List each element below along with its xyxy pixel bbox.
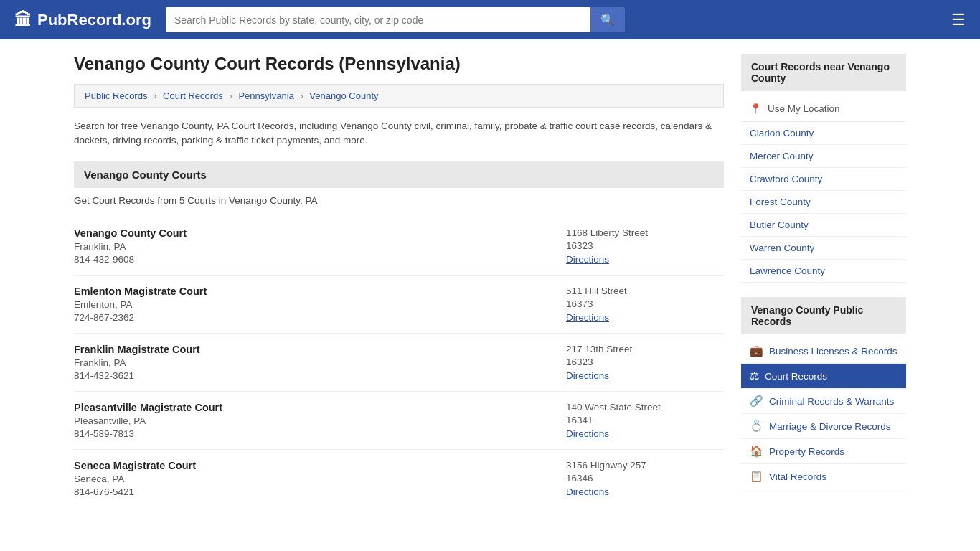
public-record-link-2[interactable]: 🔗Criminal Records & Warrants (741, 389, 906, 414)
use-my-location[interactable]: 📍 Use My Location (741, 95, 906, 122)
nearby-county-2[interactable]: Crawford County (741, 168, 906, 191)
directions-link-1[interactable]: Directions (566, 312, 609, 323)
nearby-county-0[interactable]: Clarion County (741, 122, 906, 145)
public-records-links: 💼Business Licenses & Records⚖Court Recor… (741, 339, 906, 489)
directions-link-0[interactable]: Directions (566, 254, 609, 265)
courts-section-header: Venango County Courts (74, 161, 724, 188)
court-name-3: Pleasantville Magistrate Court (74, 402, 552, 413)
courts-list: Venango County Court Franklin, PA 814-43… (74, 217, 724, 507)
court-directions-0: Directions (566, 253, 724, 265)
court-name-0: Venango County Court (74, 227, 552, 239)
court-city-1: Emlenton, PA (74, 299, 552, 310)
site-name: PubRecord.org (37, 11, 151, 29)
court-entry: Seneca Magistrate Court Seneca, PA 814-6… (74, 450, 724, 507)
nearby-county-5[interactable]: Warren County (741, 237, 906, 260)
court-city-2: Franklin, PA (74, 357, 552, 368)
court-address-1: 511 Hill Street (566, 286, 724, 296)
public-record-label-0: Business Licenses & Records (769, 346, 897, 357)
court-directions-1: Directions (566, 311, 724, 323)
court-right-4: 3156 Highway 257 16346 Directions (566, 460, 724, 497)
courts-section-sub: Get Court Records from 5 Courts in Venan… (74, 195, 724, 206)
court-zip-0: 16323 (566, 240, 724, 251)
public-record-label-5: Vital Records (769, 471, 826, 482)
court-directions-4: Directions (566, 486, 724, 497)
breadcrumb-court-records[interactable]: Court Records (163, 90, 223, 101)
breadcrumb-venango-county[interactable]: Venango County (309, 90, 378, 101)
directions-link-3[interactable]: Directions (566, 428, 609, 439)
breadcrumb-sep-3: › (300, 90, 303, 101)
public-record-icon-4: 🏠 (750, 445, 763, 458)
location-pin-icon: 📍 (750, 103, 762, 114)
court-phone-4: 814-676-5421 (74, 486, 552, 497)
court-right-1: 511 Hill Street 16373 Directions (566, 286, 724, 323)
public-record-icon-3: 💍 (750, 420, 763, 433)
breadcrumb-public-records[interactable]: Public Records (85, 90, 147, 101)
nearby-county-3[interactable]: Forest County (741, 191, 906, 214)
court-phone-1: 724-867-2362 (74, 312, 552, 323)
page-description: Search for free Venango County, PA Court… (74, 119, 724, 149)
sidebar: Court Records near Venango County 📍 Use … (741, 54, 906, 507)
court-right-0: 1168 Liberty Street 16323 Directions (566, 227, 724, 265)
directions-link-4[interactable]: Directions (566, 486, 609, 497)
site-logo[interactable]: 🏛 PubRecord.org (14, 10, 151, 30)
nearby-section-title: Court Records near Venango County (741, 54, 906, 91)
court-left-2: Franklin Magistrate Court Franklin, PA 8… (74, 344, 552, 381)
public-record-icon-0: 💼 (750, 344, 763, 357)
nearby-counties-list: Clarion CountyMercer CountyCrawford Coun… (741, 122, 906, 283)
public-record-link-3[interactable]: 💍Marriage & Divorce Records (741, 414, 906, 439)
court-left-4: Seneca Magistrate Court Seneca, PA 814-6… (74, 460, 552, 497)
logo-icon: 🏛 (14, 10, 32, 30)
court-address-4: 3156 Highway 257 (566, 460, 724, 471)
breadcrumb-sep-1: › (154, 90, 156, 101)
directions-link-2[interactable]: Directions (566, 370, 609, 381)
search-bar: 🔍 (166, 7, 625, 32)
court-entry: Venango County Court Franklin, PA 814-43… (74, 217, 724, 276)
search-input[interactable] (166, 7, 590, 32)
court-directions-2: Directions (566, 369, 724, 381)
public-record-link-5[interactable]: 📋Vital Records (741, 464, 906, 489)
court-zip-1: 16373 (566, 298, 724, 309)
nearby-county-6[interactable]: Lawrence County (741, 260, 906, 283)
court-zip-3: 16341 (566, 415, 724, 425)
court-address-0: 1168 Liberty Street (566, 227, 724, 238)
court-address-2: 217 13th Street (566, 344, 724, 354)
court-name-2: Franklin Magistrate Court (74, 344, 552, 355)
court-right-2: 217 13th Street 16323 Directions (566, 344, 724, 381)
court-left-3: Pleasantville Magistrate Court Pleasantv… (74, 402, 552, 439)
court-zip-2: 16323 (566, 357, 724, 367)
court-name-4: Seneca Magistrate Court (74, 460, 552, 471)
public-record-link-0[interactable]: 💼Business Licenses & Records (741, 339, 906, 364)
nearby-county-1[interactable]: Mercer County (741, 145, 906, 168)
public-records-section: Venango County Public Records 💼Business … (741, 297, 906, 489)
court-city-3: Pleasantville, PA (74, 415, 552, 426)
menu-button[interactable]: ☰ (951, 11, 966, 29)
court-entry: Franklin Magistrate Court Franklin, PA 8… (74, 334, 724, 392)
main-container: Venango County Court Records (Pennsylvan… (60, 39, 920, 522)
public-record-label-3: Marriage & Divorce Records (769, 421, 891, 432)
court-phone-2: 814-432-3621 (74, 370, 552, 381)
court-city-4: Seneca, PA (74, 474, 552, 484)
page-title: Venango County Court Records (Pennsylvan… (74, 54, 724, 74)
nearby-county-4[interactable]: Butler County (741, 214, 906, 237)
court-entry: Pleasantville Magistrate Court Pleasantv… (74, 392, 724, 450)
public-records-title: Venango County Public Records (741, 297, 906, 334)
court-left-0: Venango County Court Franklin, PA 814-43… (74, 227, 552, 265)
content-area: Venango County Court Records (Pennsylvan… (74, 54, 724, 507)
search-button[interactable]: 🔍 (590, 7, 625, 32)
breadcrumb-pennsylvania[interactable]: Pennsylvania (238, 90, 293, 101)
public-record-label-4: Property Records (769, 446, 844, 457)
breadcrumb: Public Records › Court Records › Pennsyl… (74, 84, 724, 108)
court-address-3: 140 West State Street (566, 402, 724, 413)
public-record-icon-1: ⚖ (750, 369, 759, 382)
public-record-icon-2: 🔗 (750, 395, 763, 408)
public-record-link-4[interactable]: 🏠Property Records (741, 439, 906, 464)
breadcrumb-sep-2: › (229, 90, 232, 101)
court-city-0: Franklin, PA (74, 241, 552, 252)
public-record-link-1[interactable]: ⚖Court Records (741, 364, 906, 389)
court-phone-0: 814-432-9608 (74, 254, 552, 265)
court-name-1: Emlenton Magistrate Court (74, 286, 552, 297)
court-zip-4: 16346 (566, 473, 724, 484)
court-right-3: 140 West State Street 16341 Directions (566, 402, 724, 439)
public-record-icon-5: 📋 (750, 470, 763, 483)
nearby-section: Court Records near Venango County 📍 Use … (741, 54, 906, 283)
